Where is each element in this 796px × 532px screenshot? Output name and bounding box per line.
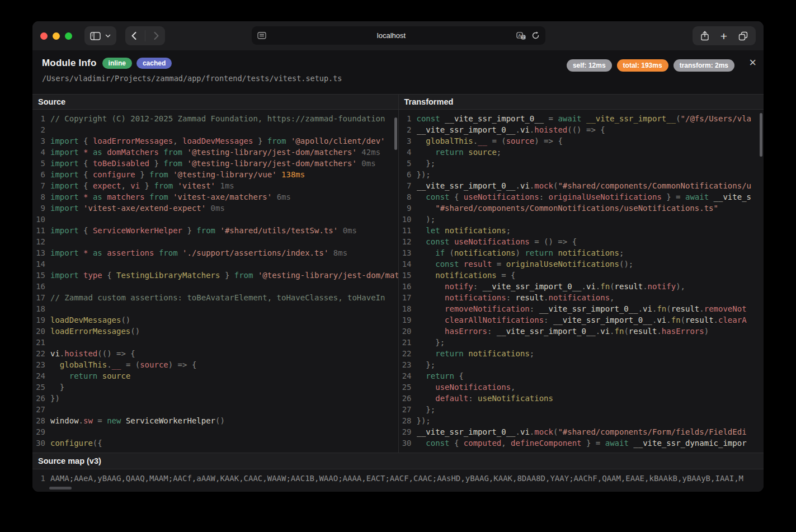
code-line: 25 useNotifications, — [399, 382, 764, 393]
code-line: 4 return source; — [399, 147, 764, 158]
source-code-pane: 1// Copyright (C) 2012-2025 Zammad Found… — [32, 110, 398, 453]
url-text: localhost — [266, 31, 516, 40]
code-line: 14 const result = originalUseNotificatio… — [399, 258, 764, 270]
code-line: 20loadErrorMessages() — [32, 326, 398, 337]
code-line: 9import 'vitest-axe/extend-expect' 0ms — [32, 203, 398, 214]
minimize-window-button[interactable] — [53, 32, 60, 40]
code-line: 16 notify: __vite_ssr_import_0__.vi.fn(r… — [399, 281, 764, 292]
tab-overview-button[interactable] — [738, 31, 748, 41]
url-bar[interactable]: localhost A 文 — [252, 26, 545, 45]
code-line: 19loadDevMessages() — [32, 314, 398, 326]
code-line: 28}); — [399, 415, 764, 426]
code-line: 3 globalThis.__ = (source) => { — [399, 135, 764, 147]
code-line: 16 — [32, 281, 398, 292]
code-line: 24 return { — [399, 370, 764, 382]
code-line: 21 }; — [399, 337, 764, 348]
transformed-code-pane: 1const __vite_ssr_import_0__ = await __v… — [398, 110, 764, 453]
module-info-header: Module Info inlinecached /Users/vladimir… — [32, 50, 764, 94]
code-line: 1const __vite_ssr_import_0__ = await __v… — [399, 113, 764, 124]
transformed-vertical-scrollbar[interactable] — [760, 113, 762, 157]
code-line: 8 const { useNotifications: originalUseN… — [399, 191, 764, 203]
code-line: 28window.sw = new ServiceWorkerHelper() — [32, 415, 398, 426]
sidebar-toggle-button[interactable] — [84, 26, 116, 45]
code-line: 20 hasErrors: __vite_ssr_import_0__.vi.f… — [399, 326, 764, 337]
close-panel-button[interactable]: × — [749, 57, 756, 69]
code-line: 17 notifications: result.notifications, — [399, 292, 764, 303]
browser-titlebar: localhost A 文 — [32, 21, 764, 50]
back-button[interactable] — [131, 31, 137, 40]
translate-icon[interactable]: A 文 — [516, 32, 526, 40]
chevron-down-icon — [105, 34, 111, 38]
code-line: 3import { loadErrorMessages, loadDevMess… — [32, 135, 398, 147]
code-line: 17// Zammad custom assertions: toBeAvata… — [32, 292, 398, 303]
code-line: 5import { toBeDisabled } from '@testing-… — [32, 158, 398, 169]
code-line: 12 — [32, 236, 398, 247]
sidebar-icon — [90, 32, 101, 40]
code-line: 2 — [32, 124, 398, 135]
code-line: 25 } — [32, 382, 398, 393]
code-line: 29 — [32, 426, 398, 437]
code-line: 2__vite_ssr_import_0__.vi.hoisted(() => … — [399, 124, 764, 135]
horizontal-scrollbar[interactable] — [49, 487, 72, 489]
metric-pill: total: 193ms — [617, 59, 668, 72]
tab-overview-icon — [738, 31, 748, 41]
code-line: 8import * as matchers from 'vitest-axe/m… — [32, 191, 398, 203]
code-line: 13import * as assertions from './support… — [32, 247, 398, 258]
forward-button[interactable] — [153, 31, 159, 40]
timing-metrics: self: 12mstotal: 193mstransform: 2ms — [567, 59, 734, 72]
code-line: 27 }; — [399, 404, 764, 415]
reload-button[interactable] — [531, 31, 540, 40]
sourcemap-header: Source map (v3) — [32, 453, 764, 469]
reload-icon — [531, 31, 540, 40]
code-line: 26 default: useNotifications — [399, 393, 764, 404]
page-title: Module Info — [42, 58, 97, 69]
code-line: 15import type { TestingLibraryMatchers }… — [32, 270, 398, 281]
metric-pill: self: 12ms — [567, 59, 612, 72]
code-line: 23 globalThis.__ = (source) => { — [32, 359, 398, 370]
reader-icon[interactable] — [257, 32, 266, 39]
code-line: 24 return source — [32, 370, 398, 382]
browser-window: localhost A 文 — [32, 21, 764, 492]
code-line: 7import { expect, vi } from 'vitest' 1ms — [32, 180, 398, 191]
code-line: 12 const useNotifications = () => { — [399, 236, 764, 247]
code-line: 4import * as domMatchers from '@testing-… — [32, 147, 398, 158]
code-line: 1// Copyright (C) 2012-2025 Zammad Found… — [32, 113, 398, 124]
module-badge: cached — [136, 58, 172, 69]
zoom-window-button[interactable] — [65, 32, 72, 40]
share-button[interactable] — [700, 31, 709, 41]
code-line: 27 — [32, 404, 398, 415]
module-badge: inline — [102, 58, 132, 69]
source-vertical-scrollbar[interactable] — [394, 117, 397, 150]
metric-pill: transform: 2ms — [673, 59, 734, 72]
pane-headers: Source Transformed — [32, 94, 764, 110]
svg-text:文: 文 — [521, 35, 525, 39]
module-badges: inlinecached — [102, 58, 172, 69]
back-icon — [131, 31, 137, 40]
code-line: 29__vite_ssr_import_0__.vi.mock("#shared… — [399, 426, 764, 437]
code-line: 21 — [32, 337, 398, 348]
sourcemap-pane: 1AAMA;AAeA,yBAAG,QAAQ,MAAM;AACf,aAAW,KAA… — [32, 469, 764, 492]
code-line: 23 }; — [399, 359, 764, 370]
close-window-button[interactable] — [40, 32, 48, 40]
code-line: 5 }; — [399, 158, 764, 169]
code-line: 6}); — [399, 169, 764, 180]
code-line: 18 — [32, 303, 398, 314]
new-tab-button[interactable]: + — [720, 30, 727, 42]
code-line: 10 ); — [399, 214, 764, 225]
code-line: 11 let notifications; — [399, 225, 764, 236]
code-line: 9 "#shared/components/CommonNotification… — [399, 203, 764, 214]
code-line: 6import { configure } from '@testing-lib… — [32, 169, 398, 180]
code-line: 30 const { computed, defineComponent } =… — [399, 437, 764, 449]
code-line: 7__vite_ssr_import_0__.vi.mock("#shared/… — [399, 180, 764, 191]
share-icon — [700, 31, 709, 41]
code-line: 14 — [32, 258, 398, 270]
code-line: 30configure({ — [32, 437, 398, 449]
toolbar-right-group: + — [693, 26, 756, 45]
code-line: 26}) — [32, 393, 398, 404]
code-line: 10 — [32, 214, 398, 225]
code-panes: 1// Copyright (C) 2012-2025 Zammad Found… — [32, 110, 764, 453]
code-line: 15 notifications = { — [399, 270, 764, 281]
nav-divider — [145, 30, 145, 41]
code-line: 18 removeNotification: __vite_ssr_import… — [399, 303, 764, 314]
code-line: 11import { ServiceWorkerHelper } from '#… — [32, 225, 398, 236]
